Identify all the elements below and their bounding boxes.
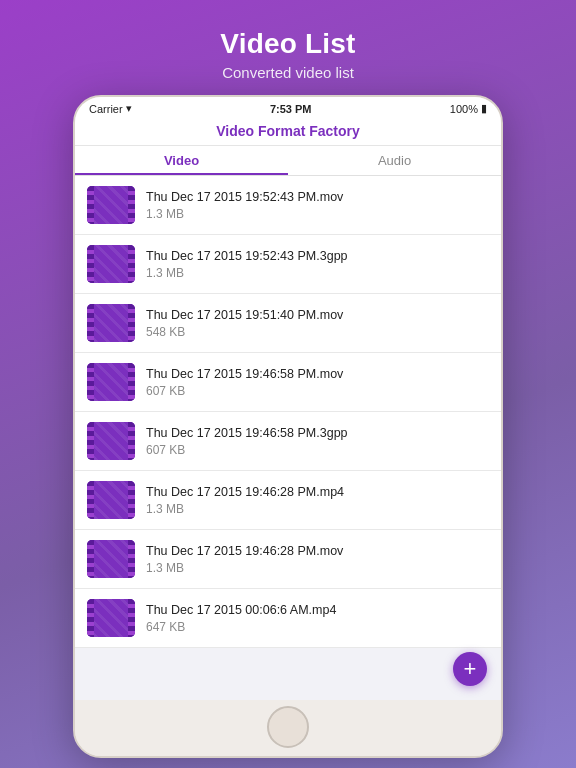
item-info: Thu Dec 17 2015 19:52:43 PM.mov 1.3 MB	[146, 189, 489, 222]
home-button[interactable]	[267, 706, 309, 748]
video-thumbnail	[87, 540, 135, 578]
item-size: 607 KB	[146, 384, 489, 398]
list-item[interactable]: Thu Dec 17 2015 19:51:40 PM.mov 548 KB	[75, 294, 501, 353]
page-title: Video List	[220, 28, 355, 60]
item-size: 647 KB	[146, 620, 489, 634]
video-thumbnail	[87, 186, 135, 224]
list-item[interactable]: Thu Dec 17 2015 19:46:58 PM.3gpp 607 KB	[75, 412, 501, 471]
app-title: Video Format Factory	[75, 123, 501, 139]
item-info: Thu Dec 17 2015 19:46:28 PM.mp4 1.3 MB	[146, 484, 489, 517]
item-info: Thu Dec 17 2015 19:46:28 PM.mov 1.3 MB	[146, 543, 489, 576]
tab-video[interactable]: Video	[75, 146, 288, 175]
list-item[interactable]: Thu Dec 17 2015 19:52:43 PM.mov 1.3 MB	[75, 176, 501, 235]
status-battery: 100% ▮	[450, 102, 487, 115]
video-thumbnail	[87, 304, 135, 342]
device-frame: Carrier ▾ 7:53 PM 100% ▮ Video Format Fa…	[73, 95, 503, 758]
status-carrier: Carrier ▾	[89, 102, 132, 115]
video-thumbnail	[87, 481, 135, 519]
item-size: 1.3 MB	[146, 207, 489, 221]
item-info: Thu Dec 17 2015 19:52:43 PM.3gpp 1.3 MB	[146, 248, 489, 281]
item-name: Thu Dec 17 2015 19:46:28 PM.mp4	[146, 484, 489, 502]
list-item[interactable]: Thu Dec 17 2015 19:46:28 PM.mov 1.3 MB	[75, 530, 501, 589]
battery-icon: ▮	[481, 102, 487, 115]
video-thumbnail	[87, 599, 135, 637]
item-size: 1.3 MB	[146, 561, 489, 575]
item-info: Thu Dec 17 2015 19:51:40 PM.mov 548 KB	[146, 307, 489, 340]
item-size: 548 KB	[146, 325, 489, 339]
item-info: Thu Dec 17 2015 19:46:58 PM.mov 607 KB	[146, 366, 489, 399]
video-thumbnail	[87, 245, 135, 283]
list-item[interactable]: Thu Dec 17 2015 00:06:6 AM.mp4 647 KB	[75, 589, 501, 648]
item-name: Thu Dec 17 2015 00:06:6 AM.mp4	[146, 602, 489, 620]
item-info: Thu Dec 17 2015 00:06:6 AM.mp4 647 KB	[146, 602, 489, 635]
page-subtitle: Converted video list	[220, 64, 355, 81]
app-header: Video Format Factory	[75, 119, 501, 146]
list-item[interactable]: Thu Dec 17 2015 19:46:58 PM.mov 607 KB	[75, 353, 501, 412]
item-name: Thu Dec 17 2015 19:46:58 PM.mov	[146, 366, 489, 384]
tab-audio[interactable]: Audio	[288, 146, 501, 175]
item-size: 1.3 MB	[146, 266, 489, 280]
status-bar: Carrier ▾ 7:53 PM 100% ▮	[75, 97, 501, 119]
item-name: Thu Dec 17 2015 19:46:28 PM.mov	[146, 543, 489, 561]
add-button[interactable]: +	[453, 652, 487, 686]
status-time: 7:53 PM	[270, 103, 312, 115]
item-name: Thu Dec 17 2015 19:46:58 PM.3gpp	[146, 425, 489, 443]
tab-bar: Video Audio	[75, 146, 501, 176]
home-bar	[75, 700, 501, 756]
item-name: Thu Dec 17 2015 19:51:40 PM.mov	[146, 307, 489, 325]
page-header: Video List Converted video list	[220, 0, 355, 95]
signal-icon: ▾	[126, 102, 132, 115]
item-name: Thu Dec 17 2015 19:52:43 PM.mov	[146, 189, 489, 207]
video-list: Thu Dec 17 2015 19:52:43 PM.mov 1.3 MB T…	[75, 176, 501, 700]
item-size: 1.3 MB	[146, 502, 489, 516]
video-thumbnail	[87, 363, 135, 401]
list-item[interactable]: Thu Dec 17 2015 19:46:28 PM.mp4 1.3 MB	[75, 471, 501, 530]
list-item[interactable]: Thu Dec 17 2015 19:52:43 PM.3gpp 1.3 MB	[75, 235, 501, 294]
item-size: 607 KB	[146, 443, 489, 457]
item-name: Thu Dec 17 2015 19:52:43 PM.3gpp	[146, 248, 489, 266]
item-info: Thu Dec 17 2015 19:46:58 PM.3gpp 607 KB	[146, 425, 489, 458]
video-thumbnail	[87, 422, 135, 460]
